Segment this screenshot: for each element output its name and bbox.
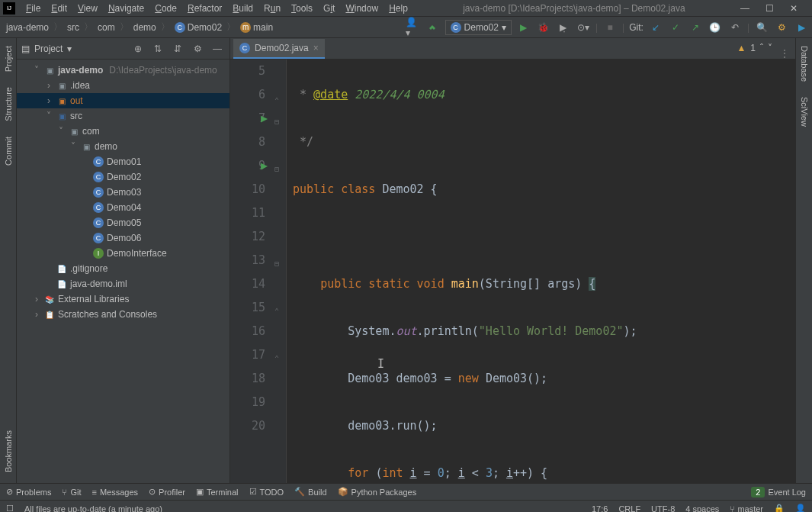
tree-gitignore[interactable]: 📄.gitignore [17, 261, 229, 276]
close-button[interactable]: ✕ [785, 2, 803, 15]
menu-tools[interactable]: Tools [287, 2, 317, 15]
bottom-build[interactable]: 🔨 Build [294, 487, 326, 497]
debug-button[interactable]: 🐞 [536, 20, 551, 35]
add-config-icon[interactable]: 👤▾ [406, 20, 421, 35]
panel-settings-icon[interactable]: ⚙ [190, 41, 205, 56]
status-indicator-icon[interactable]: ☐ [6, 504, 14, 512]
crumb-class[interactable]: CDemo02 [172, 21, 225, 34]
tree-out[interactable]: ›▣out [17, 93, 229, 108]
bottom-messages[interactable]: ≡ Messages [92, 488, 139, 497]
class-icon: C [239, 43, 250, 53]
tree-src[interactable]: ˅▣src [17, 108, 229, 124]
tree-class-demo02[interactable]: CDemo02 [17, 169, 229, 185]
menu-file[interactable]: File [21, 2, 45, 15]
search-icon[interactable]: 🔍 [754, 20, 769, 35]
tree-interface[interactable]: IDemoInterface [17, 246, 229, 261]
crumb-com[interactable]: com [95, 21, 118, 34]
menu-build[interactable]: Build [228, 2, 258, 15]
bottom-profiler[interactable]: ⊙ Profiler [149, 487, 185, 497]
tree-demo[interactable]: ˅▣demo [17, 139, 229, 154]
caret-up-icon[interactable]: ˆ [760, 43, 763, 53]
tab-structure[interactable]: Structure [2, 82, 14, 126]
bottom-git[interactable]: ⑂ Git [62, 488, 81, 497]
tree-class-demo05[interactable]: CDemo05 [17, 215, 229, 230]
line-gutter[interactable]: 567891011121314151617181920 ▶ ▶ [230, 60, 273, 483]
tab-database[interactable]: Database [798, 41, 810, 86]
settings-icon[interactable]: ⚙ [774, 20, 789, 35]
tab-demo02[interactable]: C Demo02.java × [233, 39, 325, 59]
tab-project[interactable]: Project [2, 41, 14, 76]
menu-code[interactable]: Code [150, 2, 181, 15]
crumb-src[interactable]: src [64, 21, 82, 34]
fold-gutter[interactable]: ⌃ ⊟ ⊟ ⊟ ⌃ ⌃ [273, 60, 287, 483]
breadcrumb: java-demo〉 src〉 com〉 demo〉 CDemo02〉 mmai… [3, 21, 276, 34]
menu-navigate[interactable]: Navigate [104, 2, 149, 15]
expand-all-icon[interactable]: ⇅ [150, 41, 165, 56]
crumb-method[interactable]: mmain [237, 21, 276, 34]
git-update-icon[interactable]: ↙ [648, 20, 663, 35]
code-editor[interactable]: 567891011121314151617181920 ▶ ▶ ⌃ ⊟ ⊟ ⊟ … [230, 60, 795, 483]
run-button[interactable]: ▶ [516, 20, 531, 35]
project-tree: ˅▣java-demoD:\IdeaProjects\java-demo ›▣.… [17, 60, 229, 325]
run-gutter-icon[interactable]: ▶ [261, 154, 268, 178]
tree-ext-lib[interactable]: ›📚External Libraries [17, 291, 229, 307]
minimize-button[interactable]: — [736, 2, 754, 15]
maximize-button[interactable]: ☐ [760, 2, 778, 15]
tabs-menu-icon[interactable]: ⋮ [774, 48, 795, 59]
crumb-project[interactable]: java-demo [3, 21, 52, 34]
inspection-widget[interactable]: ▲ 1 ˆ ˅ [737, 43, 772, 53]
bottom-problems[interactable]: ⊘ Problems [6, 487, 51, 497]
tree-class-demo03[interactable]: CDemo03 [17, 185, 229, 200]
crumb-demo[interactable]: demo [130, 21, 159, 34]
dropdown-icon[interactable]: ▾ [67, 43, 72, 54]
menu-git[interactable]: Git [319, 2, 339, 15]
bottom-terminal[interactable]: ▣ Terminal [196, 487, 239, 497]
tab-bookmarks[interactable]: Bookmarks [2, 426, 14, 477]
tree-idea[interactable]: ›▣.idea [17, 78, 229, 93]
tree-scratches[interactable]: ›📋Scratches and Consoles [17, 307, 229, 322]
tree-class-demo01[interactable]: CDemo01 [17, 154, 229, 169]
collapse-all-icon[interactable]: ⇵ [170, 41, 185, 56]
tab-sciview[interactable]: SciView [798, 92, 810, 131]
select-opened-icon[interactable]: ⊕ [130, 41, 146, 56]
run-gutter-icon[interactable]: ▶ [261, 107, 268, 130]
lock-icon[interactable]: 🔒 [774, 504, 785, 512]
hide-panel-icon[interactable]: — [210, 41, 225, 56]
event-log[interactable]: 2 Event Log [751, 487, 806, 498]
menu-run[interactable]: Run [259, 2, 285, 15]
ide-features-icon[interactable]: ▶ [794, 20, 809, 35]
tree-class-demo06[interactable]: CDemo06 [17, 230, 229, 246]
profile-button[interactable]: ⊙▾ [576, 20, 591, 35]
cursor-position[interactable]: 17:6 [592, 504, 608, 513]
menu-view[interactable]: View [73, 2, 102, 15]
caret-down-icon[interactable]: ˅ [768, 43, 772, 53]
panel-title[interactable]: Project [34, 43, 63, 54]
tree-root[interactable]: ˅▣java-demoD:\IdeaProjects\java-demo [17, 63, 229, 78]
menu-window[interactable]: Window [341, 2, 383, 15]
code-text[interactable]: * @date 2022/4/4 0004 */ public class De… [287, 60, 795, 483]
hammer-icon[interactable] [425, 20, 441, 35]
run-config-selector[interactable]: CDemo02 ▾ [445, 20, 512, 35]
git-rollback-icon[interactable]: ↶ [727, 20, 743, 35]
stop-button[interactable]: ■ [602, 20, 618, 35]
bottom-python[interactable]: 📦 Python Packages [338, 487, 417, 497]
tree-iml[interactable]: 📄java-demo.iml [17, 276, 229, 291]
encoding[interactable]: UTF-8 [651, 504, 675, 513]
bottom-todo[interactable]: ☑ TODO [249, 487, 284, 497]
coverage-button[interactable]: ▶̣ [556, 20, 571, 35]
line-separator[interactable]: CRLF [618, 504, 640, 513]
tab-commit[interactable]: Commit [2, 132, 14, 170]
git-history-icon[interactable]: 🕒 [708, 20, 723, 35]
git-push-icon[interactable]: ↗ [688, 20, 703, 35]
menu-help[interactable]: Help [384, 2, 412, 15]
menu-edit[interactable]: Edit [47, 2, 72, 15]
git-branch[interactable]: ⑂ master [730, 504, 763, 513]
git-commit-icon[interactable]: ✓ [668, 20, 683, 35]
folder-icon: ▣ [69, 126, 79, 137]
close-icon[interactable]: × [313, 43, 319, 53]
tree-com[interactable]: ˅▣com [17, 124, 229, 139]
indent[interactable]: 4 spaces [685, 504, 719, 513]
menu-refactor[interactable]: Refactor [183, 2, 226, 15]
tree-class-demo04[interactable]: CDemo04 [17, 200, 229, 215]
memory-icon[interactable]: 👤 [795, 504, 806, 512]
